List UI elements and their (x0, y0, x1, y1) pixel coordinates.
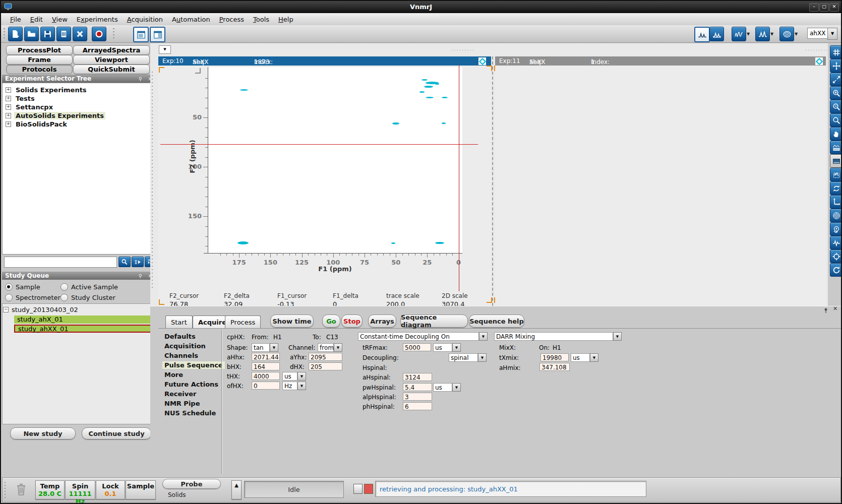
radio-active-sample[interactable]: Active Sample (61, 283, 118, 291)
spectrum-whole-dropdown[interactable]: ▼ (747, 32, 750, 36)
spectrum-line-button[interactable] (694, 27, 710, 42)
aHhx-field[interactable]: 2071.44 (252, 353, 280, 361)
nav-receiver[interactable]: Receiver (162, 390, 199, 398)
new-study-button[interactable]: New study (10, 427, 76, 439)
phHspinal-field[interactable]: 6 (403, 402, 432, 410)
rt-hand-button[interactable] (830, 127, 842, 141)
rt-trace-button[interactable] (830, 236, 842, 249)
save-button[interactable] (40, 27, 55, 41)
stop-button[interactable] (92, 27, 106, 41)
arrays-button[interactable]: Arrays (368, 314, 396, 328)
radio-study-cluster[interactable]: Study Cluster (61, 294, 115, 301)
shape-combo-arrow[interactable]: ▼ (270, 343, 278, 352)
probe-button[interactable]: Probe (162, 479, 221, 489)
stop-button[interactable]: Stop (341, 314, 363, 328)
study-item[interactable]: study_ahX_01 (14, 316, 155, 324)
rt-zoom-out-button[interactable] (830, 100, 842, 113)
ofHX-unit-arrow[interactable]: ▼ (297, 382, 306, 390)
nav-more[interactable]: More (162, 371, 185, 379)
pin-icon[interactable] (823, 306, 829, 316)
tree-item[interactable]: +AutoSolids Experiments (6, 111, 105, 119)
f2-cursor-line[interactable] (160, 144, 478, 145)
menu-automation[interactable]: Automation (172, 16, 210, 23)
tree-item[interactable]: +Settancpx (6, 103, 54, 111)
expand-status-button[interactable]: ▲ (231, 480, 242, 499)
canvas-dropdown[interactable]: ▼ (159, 45, 171, 54)
radio-icon[interactable] (5, 283, 13, 291)
decouple-mode-combo-arrow[interactable]: ▼ (479, 332, 488, 341)
menu-view[interactable]: View (52, 16, 68, 23)
expand-icon[interactable]: + (6, 96, 11, 101)
expand-icon[interactable]: + (6, 87, 11, 93)
decouple-mode-combo[interactable]: Constant-time Decoupling On (358, 332, 479, 341)
rt-redraw-button[interactable] (830, 181, 842, 195)
ofHX-unit[interactable]: Hz (282, 382, 297, 390)
spectrum-whole-button[interactable] (732, 27, 746, 41)
alpHspinal-field[interactable]: 3 (403, 393, 432, 401)
pwHspinal-unit-arrow[interactable]: ▼ (452, 383, 461, 392)
spectrum-plot[interactable] (208, 67, 462, 253)
red-indicator[interactable] (364, 484, 373, 494)
rt-axes-button[interactable] (830, 195, 842, 209)
sequence-combo[interactable]: ahXX (807, 28, 829, 39)
nav-pulse-sequence[interactable]: Pulse Sequence (162, 361, 225, 369)
mixing-mode-combo-arrow[interactable]: ▼ (613, 332, 622, 341)
contour-display-dropdown[interactable]: ▼ (795, 32, 798, 36)
tHX-unit-arrow[interactable]: ▼ (297, 372, 306, 381)
gray-indicator[interactable] (353, 484, 363, 494)
search-button[interactable] (118, 257, 131, 267)
tab-start[interactable]: Start (165, 316, 193, 329)
expand-icon[interactable]: + (6, 104, 11, 110)
shape-combo[interactable]: tan (252, 343, 270, 352)
decoupling-combo[interactable]: spinal (449, 353, 478, 362)
nav-future-actions[interactable]: Future Actions (162, 381, 220, 388)
tRFmax-unit[interactable]: us (433, 343, 452, 352)
rt-display-ticks-button[interactable] (830, 154, 842, 168)
open-folder-button[interactable] (24, 27, 39, 41)
maximize-button[interactable]: ▢ (819, 3, 829, 12)
tXmix-unit-arrow[interactable]: ▼ (590, 353, 598, 362)
channel-combo-arrow[interactable]: ▼ (334, 343, 342, 352)
close-icon[interactable]: ✕ (833, 305, 837, 312)
rt-crosshair-button[interactable] (830, 249, 842, 263)
aYhx-field[interactable]: 2095 (309, 353, 342, 361)
viewport2-header[interactable]: Exp:11 Seq: ahXX Index: 1 (495, 56, 826, 66)
spin-button[interactable]: Spin 11111 Hz (65, 480, 95, 499)
pin-icon[interactable]: ⚲ (139, 272, 142, 280)
menu-edit[interactable]: Edit (30, 16, 43, 23)
tab-processplot[interactable]: ProcessPlot (6, 45, 73, 55)
viewport-single-button[interactable] (133, 27, 149, 42)
nav-nmr-pipe[interactable]: NMR Pipe (162, 400, 202, 407)
nav-nus-schedule[interactable]: NUS Schedule (162, 409, 218, 417)
tree-item[interactable]: +Solids Experiments (6, 86, 88, 94)
rt-rotate-button[interactable] (830, 222, 842, 236)
show-time-button[interactable]: Show time (270, 314, 314, 328)
rt-pan-button[interactable] (830, 59, 842, 73)
menu-help[interactable]: Help (278, 16, 293, 23)
menu-acquisition[interactable]: Acquisition (127, 16, 163, 23)
nav-channels[interactable]: Channels (162, 352, 200, 359)
decoupling-combo-arrow[interactable]: ▼ (478, 353, 487, 362)
panel-splitter[interactable] (152, 72, 153, 288)
nav-acquisition[interactable]: Acquisition (162, 342, 208, 350)
menu-experiments[interactable]: Experiments (77, 16, 118, 23)
study-root-row[interactable]: − study_20130403_02 (3, 305, 78, 313)
spectrum-line-dark-button[interactable] (709, 27, 724, 41)
close-button[interactable] (73, 27, 87, 41)
menu-process[interactable]: Process (219, 16, 244, 23)
tab-viewport[interactable]: Viewport (73, 55, 150, 65)
expand-icon[interactable]: + (6, 121, 11, 127)
viewport-separator[interactable] (492, 56, 493, 306)
tXmix-unit[interactable]: us (571, 353, 590, 362)
tree-item[interactable]: +BioSolidsPack (6, 120, 69, 128)
continue-study-button[interactable]: Continue study (82, 427, 151, 439)
aHspinal-field[interactable]: 3124 (403, 373, 432, 381)
menu-tools[interactable]: Tools (253, 16, 269, 23)
viewport2-body[interactable] (495, 66, 826, 306)
go-button[interactable]: Go (322, 314, 340, 328)
tab-quicksubmit[interactable]: QuickSubmit (73, 65, 150, 74)
temp-button[interactable]: Temp 28.0 C (35, 480, 65, 499)
rt-spiral-button[interactable] (830, 209, 842, 222)
rt-zoom-in-button[interactable] (830, 86, 842, 100)
pwHspinal-unit[interactable]: us (433, 383, 452, 392)
